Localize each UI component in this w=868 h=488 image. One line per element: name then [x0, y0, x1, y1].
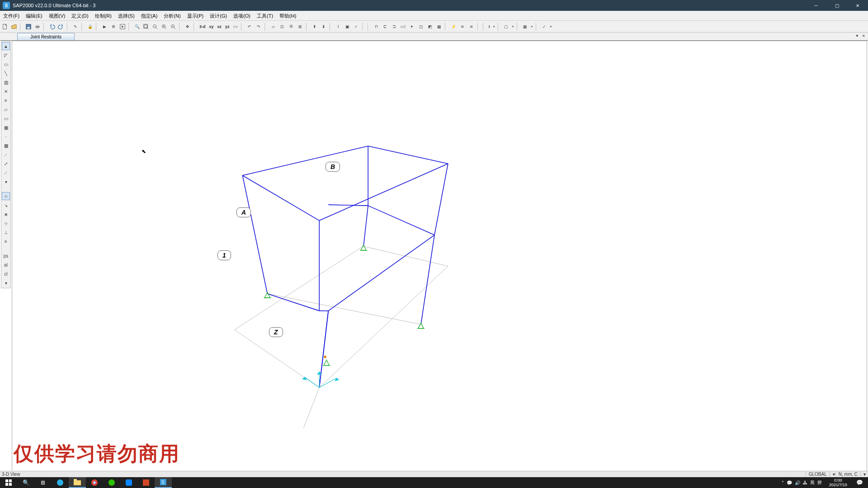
draw-rect-area-icon[interactable]: ▭: [2, 114, 10, 122]
draw-secondary-icon[interactable]: ≡: [2, 96, 10, 104]
menu-design[interactable]: 设计(G): [207, 11, 230, 21]
menu-file[interactable]: 文件(F): [0, 11, 23, 21]
open-file-icon[interactable]: [10, 22, 18, 31]
run-icon[interactable]: ▶: [100, 22, 108, 31]
draw-brace-icon[interactable]: ✕: [2, 87, 10, 95]
menu-display[interactable]: 显示(P): [184, 11, 207, 21]
todesk-icon[interactable]: [120, 477, 137, 488]
menu-edit[interactable]: 编辑(E): [23, 11, 46, 21]
explorer-icon[interactable]: [69, 477, 86, 488]
assign-2-icon[interactable]: ◩: [426, 22, 434, 31]
pan-icon[interactable]: ✥: [184, 22, 192, 31]
view-yz-button[interactable]: yz: [224, 22, 231, 31]
rotate-right-icon[interactable]: ↷: [255, 22, 263, 31]
tab-joint-restraints[interactable]: Joint Restraints: [17, 33, 75, 40]
zoom-full-icon[interactable]: [142, 22, 150, 31]
redo-icon[interactable]: [57, 22, 65, 31]
dropdown-more-icon[interactable]: ▾: [2, 178, 10, 186]
close-button[interactable]: ✕: [847, 0, 868, 11]
minimize-button[interactable]: ─: [806, 0, 826, 11]
snap-intersect-icon[interactable]: ⊹: [2, 219, 10, 227]
draw-frame-icon[interactable]: ▭: [2, 60, 10, 68]
up-arrow-icon[interactable]: ⬆: [311, 22, 319, 31]
snap-end-icon[interactable]: ↘: [2, 201, 10, 209]
load-pattern-icon[interactable]: ✦: [408, 22, 416, 31]
status-coord-system[interactable]: GLOBAL: [806, 472, 830, 477]
tab-dropdown-icon[interactable]: ▼: [854, 33, 860, 38]
zoom-out-icon[interactable]: [169, 22, 177, 31]
tray-lang1[interactable]: 英: [810, 479, 815, 486]
draw-area-icon[interactable]: ▱: [2, 105, 10, 113]
snap-line-icon[interactable]: ≡: [2, 237, 10, 245]
perspective-icon[interactable]: ▱: [269, 22, 277, 31]
menu-select[interactable]: 选择(S): [115, 11, 138, 21]
edge-icon[interactable]: [52, 477, 69, 488]
menu-view[interactable]: 视图(V): [46, 11, 69, 21]
check-button[interactable]: ✓: [540, 22, 548, 31]
element-toggle-icon[interactable]: ⊞: [296, 22, 304, 31]
lock-icon[interactable]: 🔒: [86, 22, 94, 31]
taskbar-clock[interactable]: 0:00 2021/7/15: [826, 478, 851, 487]
maximize-button[interactable]: ▢: [826, 0, 847, 11]
chrome-icon[interactable]: [86, 477, 103, 488]
zoom-prev-icon[interactable]: ←: [151, 22, 159, 31]
tray-lang2[interactable]: 拼: [817, 479, 822, 486]
view-nv-button[interactable]: nv: [232, 22, 240, 31]
powerpoint-icon[interactable]: [137, 477, 155, 488]
snap-point-icon[interactable]: ⊹: [2, 192, 10, 200]
dropdown-icon[interactable]: ▼: [492, 25, 496, 28]
rotate-left-icon[interactable]: ↶: [245, 22, 254, 31]
draw-link-icon[interactable]: ⤢: [2, 160, 10, 168]
notifications-icon[interactable]: 💬: [851, 477, 868, 488]
design-2-icon[interactable]: ≋: [458, 22, 467, 31]
menu-draw[interactable]: 绘制(R): [92, 11, 115, 21]
dropdown-more2-icon[interactable]: ▾: [2, 279, 10, 287]
reshape-tool-icon[interactable]: ◸: [2, 51, 10, 59]
undo-icon[interactable]: [48, 22, 56, 31]
status-units-dropdown-icon[interactable]: ▾: [860, 472, 866, 477]
shrink-icon[interactable]: ⊡: [278, 22, 286, 31]
assign-3-icon[interactable]: ▦: [435, 22, 443, 31]
section-box-button[interactable]: ▢: [502, 22, 510, 31]
tab-close-icon[interactable]: ✕: [861, 33, 866, 38]
release-icon[interactable]: ⊏: [381, 22, 389, 31]
menu-define[interactable]: 定义(D): [68, 11, 91, 21]
object-shrink-icon[interactable]: ⧉: [287, 22, 295, 31]
view-xz-button[interactable]: xz: [216, 22, 223, 31]
search-icon[interactable]: 🔍: [17, 477, 34, 488]
fill-button[interactable]: ▦: [521, 22, 529, 31]
tray-chevron-up-icon[interactable]: ˄: [782, 480, 784, 485]
new-file-icon[interactable]: [1, 22, 9, 31]
start-button[interactable]: [0, 477, 17, 488]
section-I-button[interactable]: I: [487, 22, 491, 31]
assign-1-icon[interactable]: ◫: [417, 22, 425, 31]
extrude-icon[interactable]: ⊓: [372, 22, 380, 31]
model-viewport[interactable]: [12, 41, 867, 474]
dropdown-icon[interactable]: ▼: [530, 25, 534, 28]
dropdown-icon[interactable]: ▼: [549, 25, 553, 28]
pencil-icon[interactable]: ✎: [71, 22, 80, 31]
menu-tools[interactable]: 工具(T): [254, 11, 276, 21]
run-settings-icon[interactable]: ⚙: [109, 22, 118, 31]
view-nd-button[interactable]: nd: [399, 22, 407, 31]
draw-quick-frame-icon[interactable]: ▨: [2, 78, 10, 86]
menu-help[interactable]: 帮助(H): [276, 11, 299, 21]
view-xy-button[interactable]: xy: [208, 22, 215, 31]
check-icon[interactable]: ✓: [352, 22, 360, 31]
draw-line-icon[interactable]: ╲: [2, 69, 10, 77]
print-icon[interactable]: [33, 22, 42, 31]
select-window-icon[interactable]: ▣: [343, 22, 351, 31]
status-units[interactable]: N, mm, C: [835, 472, 860, 477]
snap-mid-icon[interactable]: ⋇: [2, 210, 10, 218]
view-3d-button[interactable]: 3-d: [198, 22, 207, 31]
tray-volume-icon[interactable]: 🔊: [795, 480, 800, 485]
menu-assign[interactable]: 指定(A): [138, 11, 161, 21]
wechat-icon[interactable]: [103, 477, 120, 488]
run-frame-icon[interactable]: [118, 22, 127, 31]
down-arrow-icon[interactable]: ⬇: [320, 22, 328, 31]
save-icon[interactable]: [24, 22, 33, 31]
system-tray[interactable]: ˄ 💬 🔊 🖧 英 拼: [778, 479, 826, 486]
deformed-icon[interactable]: ⌇: [334, 22, 342, 31]
tray-wechat-icon[interactable]: 💬: [787, 480, 792, 485]
zoom-rubber-icon[interactable]: 🔍: [133, 22, 141, 31]
